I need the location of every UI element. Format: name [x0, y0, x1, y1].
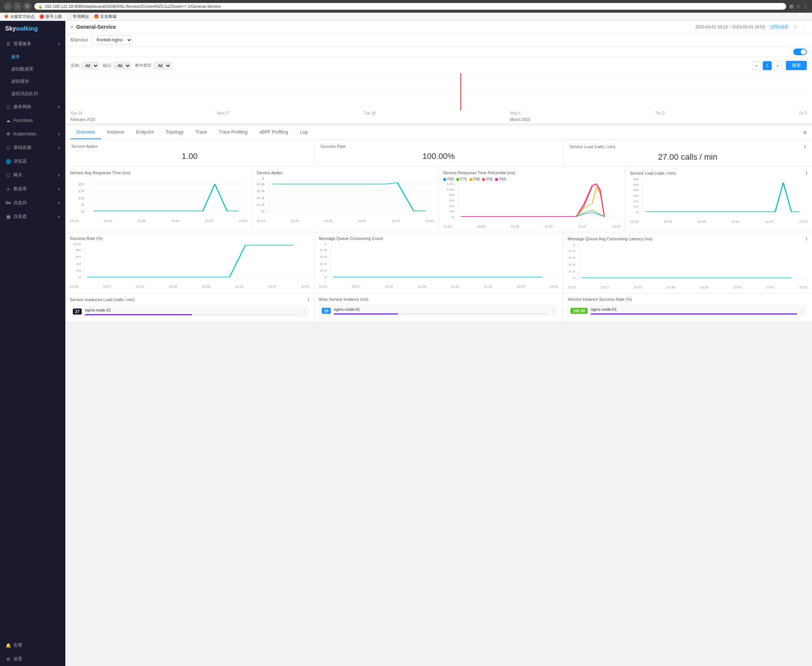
apdex-value: 1.00 [71, 152, 308, 161]
percentile-chart-area: 0 20 40 60 80 100 120 [443, 183, 620, 224]
service-label: 服务 [11, 54, 20, 60]
sidebar-group-database[interactable]: ≡ 数据库 ∨ [0, 182, 65, 196]
event-filter-select[interactable]: All [154, 62, 171, 69]
sidebar-group-gateway[interactable]: ⬡ 网关 ∨ [0, 168, 65, 182]
tab-endpoint[interactable]: Endpoint [130, 126, 159, 139]
sidebar-item-service[interactable]: 服务 [0, 51, 65, 63]
success-rate-chart-title-text: Success Rate (%) [70, 236, 103, 241]
metric-card-load: Service Load (calls / min) ℹ 27.00 calls… [563, 140, 812, 166]
percentile-legend: P50 P75 P90 [443, 177, 620, 181]
instance-success-menu[interactable]: ⋮ [800, 308, 805, 313]
sidebar-group-general[interactable]: ☰ 普通服务 ∧ [0, 37, 65, 51]
instance-load-menu[interactable]: ⋮ [302, 309, 306, 314]
p90-dot [469, 178, 472, 181]
percentile-x-labels: 10:2310:2910:3510:4110:4710:53 [443, 224, 620, 228]
more-button[interactable]: ⋮ [802, 24, 807, 30]
copy-icon[interactable]: ⧉ [804, 126, 807, 139]
sidebar-item-browser[interactable]: 🌐 浏览器 [0, 155, 65, 168]
virtual-mq-label: 虚拟消息队列 [11, 91, 38, 97]
apdex-card-title: Service Apdex [71, 144, 308, 148]
dashboard-label: 仪表盘 [13, 213, 58, 220]
instance-success-bar-fill [590, 313, 797, 315]
sidebar-item-virtual-cache[interactable]: 虚拟缓存 [0, 75, 65, 88]
browser-action-buttons: ⊞ ☆ ⋮ [789, 3, 808, 9]
tab-topology[interactable]: Topology [160, 126, 190, 139]
tab-trace[interactable]: Trace [190, 126, 213, 139]
content-scroll[interactable]: 实例: All 端点: All 事件类型: All [65, 57, 812, 666]
info-icon[interactable]: ℹ [804, 144, 806, 149]
back-button[interactable]: ← [4, 2, 12, 10]
extensions-button[interactable]: ⊞ [789, 3, 794, 9]
mesh-label: 服务网格 [13, 104, 58, 110]
database-icon: ≡ [5, 186, 11, 192]
auto-refresh-toggle[interactable] [793, 48, 807, 55]
success-rate-chart-area: 0 20 40 60 80 100 [70, 243, 309, 284]
sidebar-item-alert[interactable]: 🔔 告警 [0, 638, 65, 652]
percentile-title-text: Service Response Time Percentile (ms) [443, 170, 515, 175]
sidebar-item-virtual-db[interactable]: 虚拟数据库 [0, 63, 65, 75]
instance-success-bar [590, 313, 797, 315]
instance-slow-title: Slow Service Instance (ms) [319, 297, 559, 302]
tab-trace-profiling[interactable]: Trace Profiling [213, 126, 253, 139]
svg-text:20: 20 [78, 183, 84, 186]
chevron-down-icon: ∨ [58, 214, 60, 219]
tabs-section: Overview Instance Endpoint Topology Trac… [65, 126, 812, 321]
sidebar-item-functions[interactable]: ☁ Functions [0, 114, 65, 127]
chevron-down-icon: ∧ [58, 42, 60, 46]
bookmark-button[interactable]: ☆ [796, 3, 801, 9]
refresh-button[interactable]: ↻ [23, 2, 31, 10]
service-filter-bar: $Service fronted-nginx [65, 33, 812, 47]
sidebar-item-settings[interactable]: ⚙ 设置 [0, 652, 65, 666]
bookmark-newbie[interactable]: 🔴 新手上路 [39, 14, 62, 20]
instance-success-panel: Service Instance Success Rate (%) 100.00… [563, 293, 812, 321]
search-button[interactable]: 搜索 [786, 61, 807, 70]
menu-button[interactable]: ⋮ [803, 3, 808, 9]
chart-info-icon[interactable]: ℹ [805, 170, 807, 176]
p95-dot [482, 178, 485, 181]
prev-page-button[interactable]: ‹ [752, 61, 761, 70]
instance-filter-select[interactable]: All [81, 62, 99, 69]
service-filter-select[interactable]: fronted-nginx [92, 35, 132, 45]
browser-chrome: ← → ↻ 🔒 192.168.122.28:8080/dashboard/GE… [0, 0, 812, 13]
legend-p50: P50 [443, 177, 454, 181]
next-page-button[interactable]: › [773, 61, 782, 70]
tab-ebpf-profiling[interactable]: eBPF Profiling [253, 126, 294, 139]
svg-text:20: 20 [76, 269, 81, 272]
instance-slow-bar-fill [334, 313, 398, 315]
sidebar-section-general: ☰ 普通服务 ∧ 服务 虚拟数据库 虚拟缓存 虚拟消息队列 [0, 37, 65, 100]
date-label-march: March 2023 [510, 117, 530, 122]
bookmark-firefox[interactable]: 🦊 火狐官方站点 [4, 14, 35, 20]
legend-p75: P75 [456, 177, 467, 181]
tab-overview[interactable]: Overview [71, 126, 101, 139]
forward-button[interactable]: → [13, 2, 21, 10]
sidebar-item-virtual-mq[interactable]: 虚拟消息队列 [0, 88, 65, 100]
settings-label: 设置 [13, 656, 22, 662]
sidebar-group-dashboard[interactable]: ▦ 仪表盘 ∨ [0, 210, 65, 224]
tab-log[interactable]: Log [294, 126, 314, 139]
sidebar-group-infra[interactable]: ⬡ 基础设施 ∨ [0, 141, 65, 155]
toggle-button[interactable] [793, 48, 807, 55]
instance-filter-group: 实例: All [71, 62, 99, 69]
instance-section: Service Instances Load (calls / min) ℹ 2… [65, 293, 812, 321]
tab-instance[interactable]: Instance [101, 126, 130, 139]
svg-text:1: 1 [324, 243, 327, 246]
instance-slow-menu[interactable]: ⋮ [551, 308, 555, 313]
instance-load-info-icon[interactable]: ℹ [308, 297, 309, 302]
sidebar-group-kubernetes[interactable]: ⚙ Kubernetes ∨ [0, 127, 65, 141]
current-page: 1 [763, 61, 772, 70]
address-bar[interactable]: 🔒 192.168.122.28:8080/dashboard/GENERAL/… [34, 3, 786, 10]
mq-info-icon[interactable]: ℹ [805, 236, 807, 241]
refresh-data-button[interactable]: ↻ [793, 24, 798, 30]
sidebar-group-self-monitor[interactable]: Sw 自监控 ∨ [0, 196, 65, 210]
bookmark-jd[interactable]: 🎁 京东商城 [94, 14, 116, 20]
svg-text:1: 1 [573, 244, 576, 247]
endpoint-filter-select[interactable]: All [114, 62, 131, 69]
bookmark-common[interactable]: 📄 常用网址 [66, 14, 89, 20]
mq-count-chart-area: 0 0.2 0.4 0.6 0.8 1 [319, 243, 559, 284]
load-value: 27.00 calls / min [569, 152, 806, 162]
p75-label: P75 [460, 177, 467, 181]
svg-text:60: 60 [633, 178, 639, 181]
timeline-label-4: Thu 2 [655, 111, 665, 115]
timeline-label-1: Mon 27 [217, 111, 229, 115]
sidebar-group-mesh[interactable]: ⬡ 服务网格 ∨ [0, 100, 65, 114]
